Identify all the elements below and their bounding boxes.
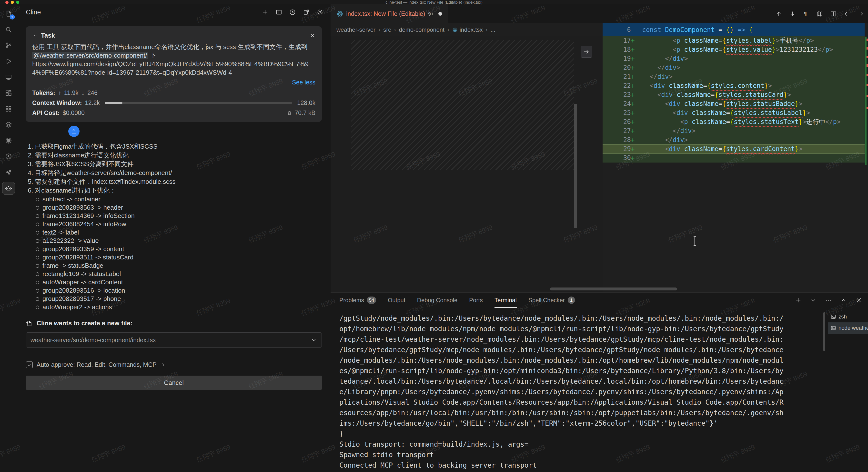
panel-tab-label: Terminal [495,297,517,304]
file-path-select[interactable]: weather-server/src/demo-component/index.… [26,332,322,348]
error-mark [867,64,868,67]
breadcrumb-item[interactable]: weather-server [336,26,375,33]
terminal-line: Stdio transport: command=build/index.js,… [339,439,823,449]
code-line[interactable]: 29+ <div className={styles.cardContent}> [602,145,865,153]
panel-tabs: Problems54OutputDebug ConsolePortsTermin… [331,293,868,308]
task-step: 6. 对classname进行如下优化： [28,186,321,195]
chevron-right-icon[interactable] [160,362,166,367]
mcp-servers-button[interactable] [275,9,282,16]
terminal-tab-node[interactable]: node weather-server [828,322,868,334]
upload-indicator[interactable] [68,126,80,137]
panel-tab-problems[interactable]: Problems54 [339,293,376,308]
activity-send-view[interactable] [2,166,15,179]
panel-tab-ports[interactable]: Ports [469,293,483,308]
panel-tab-badge: 1 [568,297,575,304]
create-file-prompt: Cline wants to create a new file: [37,320,132,327]
code-line[interactable]: 24+ <div className={styles.statusBadge}> [602,99,865,108]
open-in-editor-button[interactable] [303,9,310,16]
activity-search[interactable] [2,23,15,36]
previous-change-button[interactable] [775,10,782,17]
activity-cline[interactable] [2,182,15,195]
new-task-button[interactable] [262,9,269,16]
breadcrumb-item[interactable]: demo-component [399,26,444,33]
activity-run-debug[interactable] [2,55,15,68]
minimap-button[interactable] [816,10,823,17]
breadcrumb-item[interactable]: src [383,26,391,33]
terminal-tab-label: zsh [838,314,847,320]
path-mention[interactable]: @/weather-server/src/demo-component/ [32,52,148,59]
error-mark [867,47,868,50]
panel-tab-terminal[interactable]: Terminal [495,293,517,308]
terminal-output[interactable]: /gptStudy/node_modules/.bin:/Users/byted… [339,313,823,472]
code-line[interactable]: 26+ <p className={styles.statusText}>进行中… [602,117,865,126]
task-steps: 1. 已获取Figma生成的代码，包含JSX和SCSS2. 需要对classna… [28,142,321,311]
navigate-back-button[interactable] [844,10,850,17]
navigate-forward-button[interactable] [857,10,864,17]
activity-kubernetes[interactable] [2,134,15,147]
vertical-scrollbar[interactable] [574,104,577,228]
horizontal-scrollbar[interactable] [550,288,677,290]
activity-timeline[interactable] [2,150,15,163]
activity-remote-explorer[interactable] [2,71,15,84]
new-terminal-button[interactable] [795,297,802,304]
panel-tab-output[interactable]: Output [388,293,405,308]
code-line[interactable]: 22+ <div className={styles.content}> [602,81,865,90]
diff-editor: 17+ <p className={styles.label}>手机号</p>1… [331,36,868,292]
task-step: 4. 目标路径是weather-server/src/demo-componen… [28,169,321,177]
code-line[interactable]: 17+ <p className={styles.label}>手机号</p> [602,36,865,45]
terminal-line: opt/homebrew/lib/node_modules/npm/node_m… [339,324,823,334]
code-line[interactable]: 21+ </div> [602,72,865,81]
cancel-button[interactable]: Cancel [26,376,322,390]
terminal-line: /gptStudy/node_modules/.bin:/Users/byted… [339,313,823,324]
code-line[interactable]: 28+ </div> [602,136,865,145]
tab-index-tsx[interactable]: index.tsx: New File (Editable) 9+ [331,4,448,23]
activity-grid-view[interactable] [2,102,15,115]
toggle-whitespace-button[interactable]: ¶ [803,10,809,17]
react-file-icon [336,10,343,17]
close-task-button[interactable] [310,33,315,38]
breadcrumb-item[interactable]: ... [491,26,495,33]
mapping-item: frame1312314369 -> infoSection [34,212,321,220]
tokens-row: Tokens: ↑ 11.9k ↓ 246 [32,89,315,96]
code-line[interactable]: 18+ <p className={styles.value}>12312321… [602,45,865,54]
mapping-item: frame -> statusBadge [34,261,321,270]
activity-source-control[interactable] [2,39,15,52]
trash-icon[interactable] [287,110,292,116]
next-change-button[interactable] [789,10,796,17]
launch-profile-button[interactable] [810,297,817,304]
code-line[interactable]: 19+ </div> [602,54,865,63]
diff-modified-pane[interactable]: 17+ <p className={styles.label}>手机号</p>1… [602,36,865,292]
panel-tab-label: Problems [339,297,364,304]
history-button[interactable] [289,9,296,16]
activity-extensions[interactable] [2,87,15,99]
terminal-scrollbar[interactable] [824,312,825,351]
task-label: Task [41,32,55,39]
panel-tab-debug-console[interactable]: Debug Console [417,293,458,308]
code-line[interactable]: 30+ [602,153,865,163]
activity-layers-view[interactable] [2,118,15,131]
terminal-tab-zsh[interactable]: zsh [828,311,868,322]
code-line[interactable]: 25+ <div className={styles.statusLabel}> [602,108,865,117]
activity-explor[interactable]: 1 [2,7,15,20]
code-line[interactable]: 20+ </div> [602,63,865,72]
task-card: Task 使用 工具 获取下面代码，并作出classname命名语义化优化，js… [26,26,322,122]
react-file-icon [452,27,458,32]
terminal-line: esources/app/bin:/usr/local/bin:/usr/bin… [339,408,823,418]
next-diff-button[interactable] [581,46,592,58]
mapping-item: subtract -> container [34,195,321,203]
tokens-down-value: 246 [87,89,98,96]
figma-url[interactable]: https://www.figma.com/design/QOZeEyIBJ4X… [32,60,309,76]
auto-approve-checkbox[interactable] [26,361,33,368]
maximize-panel-button[interactable] [840,297,847,304]
panel-tab-spell-checker[interactable]: Spell Checker1 [528,293,575,308]
more-actions-button[interactable] [825,297,832,304]
collapse-task-icon[interactable] [32,33,38,38]
close-panel-button[interactable] [855,297,862,304]
see-less-link[interactable]: See less [32,79,315,86]
settings-button[interactable] [316,9,323,16]
code-line[interactable]: 23+ <div className={styles.statusCard}> [602,90,865,99]
breadcrumb-item[interactable]: index.tsx [452,26,483,33]
error-mark [867,107,868,109]
split-editor-button[interactable] [830,10,837,17]
code-line[interactable]: 27+ </div> [602,126,865,136]
